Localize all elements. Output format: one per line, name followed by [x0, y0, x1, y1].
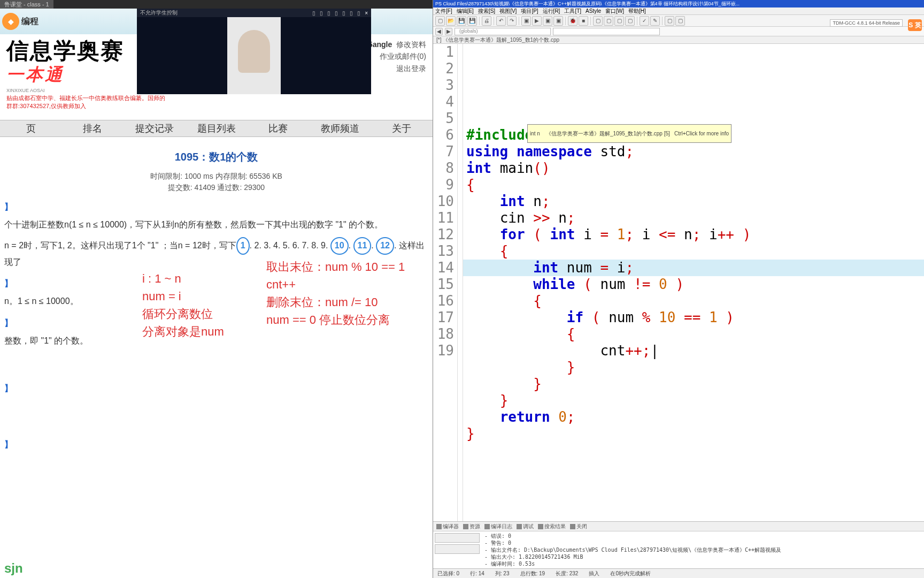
status-total-lines: 总行数: 19	[520, 570, 545, 577]
webcam-title: 不允许学生控制	[140, 9, 178, 17]
fold-column[interactable]	[458, 44, 463, 521]
tab-resources[interactable]: 资源	[463, 523, 480, 530]
problem-text: 个十进制正整数n(1 ≤ n ≤ 10000)，写下从1到n的所有整数，然后数一…	[4, 217, 428, 233]
back-icon[interactable]: ◀	[435, 28, 443, 35]
compiler-icon	[436, 524, 442, 529]
tool-icon[interactable]: ▢	[593, 16, 603, 26]
redo-icon[interactable]: ↷	[507, 16, 517, 26]
nav-submit[interactable]: 提交记录	[124, 122, 186, 135]
annotation-left: i : 1 ~ n num = i 循环分离数位 分离对象是num	[142, 270, 224, 340]
fwd-icon[interactable]: ▶	[445, 28, 452, 35]
webcam-person	[238, 30, 270, 73]
webcam-tool-icon[interactable]: ▯	[342, 10, 345, 16]
code-tooltip: int n 《信息学奥赛一本通》题解_1095_数1的个数.cpp [5] Ct…	[527, 124, 732, 143]
tab-close[interactable]: 关闭	[570, 523, 587, 530]
browser-tab[interactable]: 鲁课堂 - class - 1	[0, 0, 53, 9]
search-icon	[538, 524, 543, 529]
menu-run[interactable]: 运行[R]	[543, 7, 560, 15]
debug-icon[interactable]: 🐞	[568, 16, 578, 26]
tool-icon[interactable]: ▢	[614, 16, 624, 26]
menu-help[interactable]: 帮助[H]	[628, 7, 646, 15]
menu-view[interactable]: 视图[V]	[499, 7, 517, 15]
print-icon[interactable]: 🖨	[482, 16, 491, 26]
compile-icon[interactable]: ▣	[521, 16, 531, 26]
bottom-brand: sjn	[4, 561, 23, 576]
tool-icon[interactable]: ▢	[665, 16, 674, 26]
editor-tab[interactable]: [*] 《信息学奥赛一本通》题解_1095_数1的个数.cpp	[433, 36, 924, 44]
menu-astyle[interactable]: AStyle	[586, 8, 601, 14]
webcam-overlay: 不允许学生控制 ▯ ▯ ▯ ▯ ▯ ▯ ▯ ×	[137, 9, 371, 94]
webcam-video	[227, 9, 281, 94]
section-desc: 】	[4, 202, 428, 213]
menu-edit[interactable]: 编辑[E]	[457, 7, 474, 15]
menu-window[interactable]: 窗口[W]	[605, 7, 624, 15]
compiler-buttons	[433, 531, 481, 568]
edit-profile-link[interactable]: 修改资料	[396, 40, 426, 49]
tab-search[interactable]: 搜索结果	[538, 523, 566, 530]
undo-icon[interactable]: ↶	[496, 16, 506, 26]
webcam-tool-icon[interactable]: ▯	[335, 10, 338, 16]
menu-tools[interactable]: 工具[T]	[564, 7, 581, 15]
tool-icon[interactable]: ✎	[650, 16, 660, 26]
symbol-combo[interactable]	[553, 28, 660, 35]
debug-icon	[517, 524, 522, 529]
webcam-tool-icon[interactable]: ▯	[327, 10, 330, 16]
compiler-output: - 错误: 0 - 警告: 0 - 输出文件名: D:\Backup\Docum…	[433, 531, 924, 568]
nav-teacher[interactable]: 教师频道	[309, 122, 371, 135]
new-icon[interactable]: ▢	[435, 16, 445, 26]
status-line: 行: 14	[470, 570, 484, 577]
webcam-close-button[interactable]: ×	[365, 10, 368, 16]
status-parse: 在0秒内完成解析	[610, 570, 651, 577]
product-logo-icon: ◆	[2, 13, 19, 30]
tab-compiler[interactable]: 编译器	[436, 523, 459, 530]
webcam-tool-icon[interactable]: ▯	[320, 10, 323, 16]
nav-problems[interactable]: 题目列表	[186, 122, 248, 135]
nav-contest[interactable]: 比赛	[247, 122, 309, 135]
problem-title: 1095：数1的个数	[4, 150, 428, 164]
open-icon[interactable]: 📂	[446, 16, 456, 26]
nav-rank[interactable]: 排名	[62, 122, 124, 135]
tool-icon[interactable]: ✓	[640, 16, 649, 26]
scope-combo[interactable]: (globals)	[455, 28, 551, 35]
run-icon[interactable]: ▶	[532, 16, 542, 26]
ime-indicator[interactable]: S 英	[908, 19, 922, 31]
tool-icon[interactable]: ▢	[675, 16, 685, 26]
nav-home[interactable]: 页	[0, 122, 62, 135]
ide-pane: PS Cloud Files\287971430\短视频\《信息学奥赛一本通》C…	[433, 0, 924, 578]
webcam-tool-icon[interactable]: ▯	[357, 10, 360, 16]
compiler-select[interactable]: TDM-GCC 4.8.1 64-bit Release	[830, 19, 903, 27]
code-area[interactable]: int n 《信息学奥赛一本通》题解_1095_数1的个数.cpp [5] Ct…	[463, 44, 924, 521]
log-icon	[484, 524, 490, 529]
browser-tabbar: 鲁课堂 - class - 1	[0, 0, 433, 9]
menu-project[interactable]: 项目[P]	[521, 7, 538, 15]
webcam-tool-icon[interactable]: ▯	[350, 10, 353, 16]
save-icon[interactable]: 💾	[457, 16, 466, 26]
ide-menubar: 文件[F] 编辑[E] 搜索[S] 视图[V] 项目[P] 运行[R] 工具[T…	[433, 7, 924, 15]
menu-search[interactable]: 搜索[S]	[478, 7, 495, 15]
menu-file[interactable]: 文件[F]	[435, 7, 452, 15]
compiler-btn[interactable]	[435, 533, 480, 543]
line-gutter: 12345678910111213141516171819	[433, 44, 458, 521]
ide-titlebar: PS Cloud Files\287971430\短视频\《信息学奥赛一本通》C…	[433, 0, 924, 7]
saveall-icon[interactable]: 💾	[467, 16, 477, 26]
status-col: 列: 23	[495, 570, 510, 577]
webcam-tool-icon[interactable]: ▯	[312, 10, 315, 16]
status-selection: 已选择: 0	[437, 570, 459, 577]
compiler-btn[interactable]	[435, 544, 480, 554]
tool-icon[interactable]: ▢	[604, 16, 613, 26]
tab-compile-log[interactable]: 编译日志	[484, 523, 512, 530]
statusbar: 已选择: 0 行: 14 列: 23 总行数: 19 长度: 232 插入 在0…	[433, 568, 924, 578]
tool-icon[interactable]: ▢	[625, 16, 635, 26]
stop-icon[interactable]: ■	[579, 16, 588, 26]
product-name: 编程	[21, 16, 38, 27]
compile-run-icon[interactable]: ▣	[543, 16, 552, 26]
close-icon	[570, 524, 575, 529]
compiler-log: - 错误: 0 - 警告: 0 - 输出文件名: D:\Backup\Docum…	[481, 531, 924, 568]
rebuild-icon[interactable]: ▣	[553, 16, 563, 26]
nav-about[interactable]: 关于	[371, 122, 433, 135]
main-nav: 页 排名 提交记录 题目列表 比赛 教师频道 关于	[0, 120, 433, 137]
tab-debug[interactable]: 调试	[517, 523, 534, 530]
status-length: 长度: 232	[556, 570, 578, 577]
code-editor[interactable]: 12345678910111213141516171819 int n 《信息学…	[433, 44, 924, 521]
section-sample-out: 】	[4, 439, 428, 451]
